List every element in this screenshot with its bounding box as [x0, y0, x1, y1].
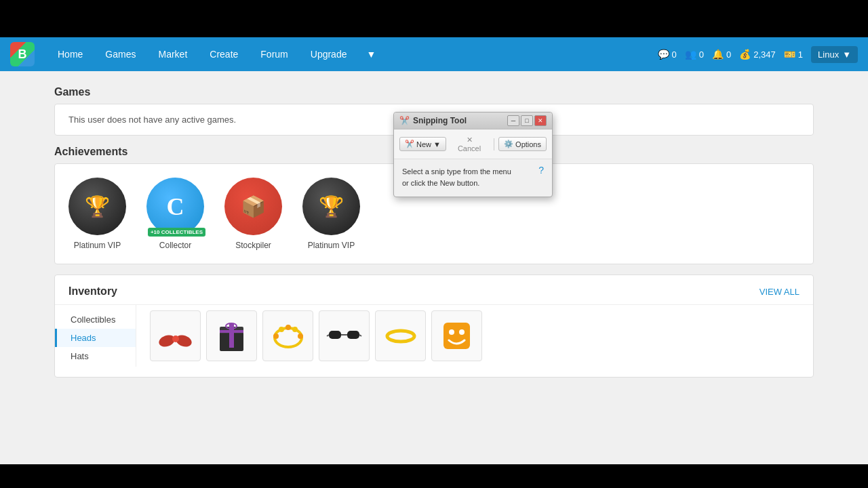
chat-button[interactable]: 💬 0 — [658, 49, 677, 60]
achievement-stockpiler: 📦 Stockpiler — [224, 178, 282, 250]
nav-games[interactable]: Games — [96, 43, 145, 65]
svg-line-18 — [359, 335, 361, 336]
svg-rect-14 — [329, 331, 341, 339]
ticket-icon: 🎫 — [784, 49, 795, 60]
friends-count: 0 — [699, 49, 704, 60]
inv-item-6[interactable] — [431, 310, 482, 361]
new-dropdown-arrow: ▼ — [433, 140, 441, 148]
svg-rect-6 — [220, 330, 243, 333]
svg-rect-15 — [347, 331, 359, 339]
games-empty-message: This user does not have any active games… — [68, 115, 236, 125]
username-button[interactable]: Linux ▼ — [811, 46, 858, 63]
svg-point-10 — [298, 333, 303, 339]
notifications-button[interactable]: 🔔 0 — [712, 49, 731, 60]
svg-rect-5 — [229, 324, 234, 348]
inventory-section: Inventory VIEW ALL Collectibles Heads Ha… — [54, 274, 814, 378]
nav-forum[interactable]: Forum — [251, 43, 297, 65]
navbar-links: Home Games Market Create Forum Upgrade ▼ — [48, 43, 658, 65]
achievement-label-4: Platinum VIP — [308, 241, 355, 250]
nav-market[interactable]: Market — [149, 43, 197, 65]
tickets-count: 1 — [798, 49, 803, 60]
inv-item-3-img — [269, 317, 307, 354]
close-button[interactable]: ✕ — [534, 115, 547, 126]
currency-icon: 💰 — [739, 49, 751, 60]
scissors-icon: ✂️ — [405, 140, 414, 148]
minimize-button[interactable]: ─ — [507, 115, 519, 126]
snipping-tool-toolbar: ✂️ New ▼ ✕ Cancel ⚙️ Options — [394, 129, 552, 159]
achievement-badge-red[interactable]: 📦 — [224, 178, 282, 235]
inv-item-3[interactable] — [262, 310, 313, 361]
trophy-icon-1: 🏆 — [85, 195, 110, 218]
inventory-header: Inventory VIEW ALL — [55, 285, 813, 305]
snipping-tool-icon: ✂️ — [399, 116, 410, 125]
snipping-tool-dialog: ✂️ Snipping Tool ─ □ ✕ ✂️ New ▼ ✕ Cancel… — [393, 112, 553, 197]
navbar-more-button[interactable]: ▼ — [359, 43, 382, 65]
achievement-label-3: Stockpiler — [235, 241, 271, 250]
notifications-icon: 🔔 — [712, 49, 724, 60]
svg-point-22 — [459, 329, 465, 335]
achievement-badge-dark-1[interactable]: 🏆 — [68, 178, 126, 235]
site-logo[interactable]: B — [10, 42, 35, 66]
view-all-button[interactable]: VIEW ALL — [760, 287, 800, 297]
achievement-platinum-vip-1: 🏆 Platinum VIP — [68, 178, 126, 250]
achievement-badge-blue[interactable]: C +10 COLLECTIBLES — [146, 178, 204, 235]
new-snip-button[interactable]: ✂️ New ▼ — [399, 137, 446, 151]
games-section-header: Games — [54, 86, 814, 98]
inv-item-1[interactable] — [150, 310, 201, 361]
svg-rect-20 — [443, 323, 470, 349]
nav-home[interactable]: Home — [48, 43, 92, 65]
snipping-tool-title: ✂️ Snipping Tool — [399, 116, 467, 125]
nav-create[interactable]: Create — [200, 43, 248, 65]
inventory-title: Inventory — [68, 285, 117, 298]
collector-letter: C — [167, 192, 184, 221]
collector-overlay: +10 COLLECTIBLES — [148, 228, 205, 237]
tab-collectibles[interactable]: Collectibles — [55, 310, 136, 329]
notifications-count: 0 — [726, 49, 731, 60]
inv-item-4[interactable] — [319, 310, 370, 361]
options-button[interactable]: ⚙️ Options — [498, 137, 547, 151]
inv-item-2-img — [213, 317, 250, 354]
chat-count: 0 — [672, 49, 677, 60]
username-dropdown-icon: ▼ — [842, 49, 851, 60]
snipping-tool-titlebar: ✂️ Snipping Tool ─ □ ✕ — [394, 113, 552, 129]
inv-item-6-img — [438, 317, 475, 354]
friends-button[interactable]: 👥 0 — [685, 49, 704, 60]
achievement-badge-dark-2[interactable]: 🏆 — [302, 178, 360, 235]
currency-amount: 2,347 — [753, 49, 776, 60]
snipping-tool-message: Select a snip type from the menu or clic… — [402, 166, 544, 188]
inv-item-5-img — [382, 317, 419, 354]
navbar-right: 💬 0 👥 0 🔔 0 💰 2,347 🎫 1 Linux ▼ — [658, 46, 858, 63]
svg-point-8 — [275, 328, 302, 347]
svg-point-19 — [387, 331, 414, 342]
inv-item-2[interactable] — [206, 310, 257, 361]
tab-hats[interactable]: Hats — [55, 347, 136, 365]
svg-point-13 — [285, 325, 291, 330]
achievement-collector: C +10 COLLECTIBLES Collector — [146, 178, 204, 250]
trophy-icon-2: 🏆 — [319, 195, 344, 218]
navbar: B Home Games Market Create Forum Upgrade… — [0, 37, 868, 71]
restore-button[interactable]: □ — [521, 115, 533, 126]
toolbar-separator — [494, 138, 494, 150]
inventory-body: Collectibles Heads Hats — [55, 305, 813, 367]
inv-item-4-img — [326, 317, 363, 354]
svg-point-2 — [172, 336, 179, 342]
chat-icon: 💬 — [658, 49, 669, 60]
help-icon[interactable]: ? — [538, 165, 544, 176]
currency-display[interactable]: 💰 2,347 — [739, 49, 776, 60]
snipping-tool-body: ? Select a snip type from the menu or cl… — [394, 159, 552, 197]
svg-point-9 — [273, 333, 279, 339]
tab-heads[interactable]: Heads — [55, 329, 136, 347]
cancel-snip-button[interactable]: ✕ Cancel — [449, 133, 490, 155]
svg-point-21 — [449, 329, 454, 335]
bottom-black-bar — [0, 464, 868, 488]
tickets-display[interactable]: 🎫 1 — [784, 49, 803, 60]
svg-point-12 — [292, 327, 298, 332]
svg-line-17 — [327, 335, 329, 336]
stockpiler-icon: 📦 — [241, 195, 266, 218]
svg-point-11 — [279, 327, 284, 332]
nav-upgrade[interactable]: Upgrade — [301, 43, 357, 65]
options-icon: ⚙️ — [504, 140, 513, 148]
inv-item-1-img — [157, 317, 194, 354]
inv-item-5[interactable] — [375, 310, 426, 361]
friends-icon: 👥 — [685, 49, 696, 60]
